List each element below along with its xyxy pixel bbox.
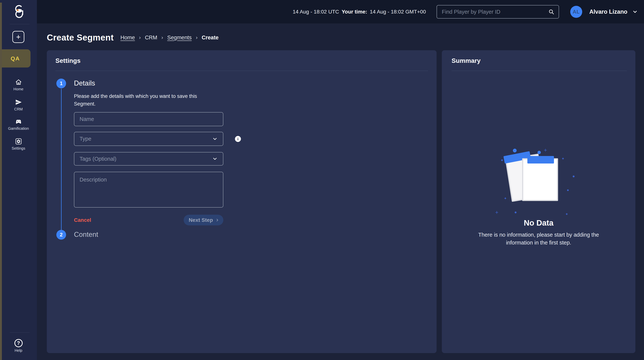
breadcrumb-crm: CRM bbox=[145, 35, 157, 41]
no-data-illustration: + ✦ ✦ + ✦ bbox=[499, 150, 578, 213]
type-select[interactable]: Type bbox=[74, 132, 223, 146]
sparkle-decoration: ✦ bbox=[504, 196, 507, 201]
stepper-connector bbox=[61, 89, 62, 230]
breadcrumb-create: Create bbox=[202, 35, 218, 41]
sidebar-divider bbox=[10, 332, 30, 333]
no-data-title: No Data bbox=[442, 219, 636, 227]
clipboard-front-icon bbox=[522, 158, 558, 201]
info-icon-glyph: i bbox=[238, 137, 238, 141]
local-time: 14 Aug - 18:02 GMT+00 bbox=[370, 9, 426, 15]
breadcrumb-separator-icon: › bbox=[196, 35, 198, 41]
page-title: Create Segment bbox=[47, 33, 114, 43]
brand-logo-icon[interactable] bbox=[12, 4, 26, 20]
settings-panel: Settings 1 Details Please add the detail… bbox=[47, 50, 436, 353]
avatar-initials: AL bbox=[573, 9, 580, 15]
description-textarea[interactable] bbox=[74, 172, 223, 207]
sparkle-decoration: ✦ bbox=[562, 156, 564, 161]
no-data-message: There is no information, please start by… bbox=[468, 231, 610, 247]
sidebar-item-gamification[interactable]: Gamification bbox=[0, 118, 37, 131]
next-step-label: Next Step bbox=[189, 217, 213, 223]
breadcrumb-home[interactable]: Home bbox=[120, 35, 135, 41]
summary-panel-title: Summary bbox=[452, 57, 480, 64]
sidebar-item-help[interactable]: ? Help bbox=[0, 339, 37, 353]
breadcrumb-separator-icon: › bbox=[139, 35, 141, 41]
name-input[interactable] bbox=[80, 116, 218, 122]
name-field[interactable] bbox=[74, 112, 223, 126]
cancel-button[interactable]: Cancel bbox=[74, 217, 91, 223]
help-icon: ? bbox=[14, 339, 23, 347]
info-icon[interactable]: i bbox=[235, 136, 241, 142]
sidebar-item-label: Home bbox=[14, 87, 24, 91]
time-display: 14 Aug - 18:02 UTC Your time: 14 Aug - 1… bbox=[292, 0, 426, 24]
sparkle-decoration bbox=[567, 189, 569, 191]
environment-badge: QA bbox=[0, 49, 30, 68]
sidebar-item-label: Settings bbox=[12, 146, 25, 150]
avatar[interactable]: AL bbox=[570, 6, 582, 18]
gamepad-icon bbox=[14, 118, 22, 125]
sparkle-decoration bbox=[515, 212, 516, 213]
chevron-down-icon bbox=[212, 136, 218, 142]
add-button[interactable]: + bbox=[12, 31, 24, 43]
form-actions: Cancel Next Step › bbox=[74, 215, 223, 225]
help-icon-glyph: ? bbox=[17, 340, 20, 346]
gear-icon bbox=[15, 138, 22, 145]
player-search-box[interactable] bbox=[436, 5, 559, 19]
sparkle-decoration: ✦ bbox=[565, 212, 568, 216]
environment-strip bbox=[0, 3, 2, 360]
home-icon bbox=[15, 79, 22, 86]
sparkle-decoration: + bbox=[495, 209, 498, 216]
sidebar-item-label: CRM bbox=[14, 107, 23, 111]
tags-select[interactable]: Tags (Optional) bbox=[74, 152, 223, 165]
clipboard-ring bbox=[538, 151, 541, 154]
description-field[interactable] bbox=[74, 172, 223, 208]
breadcrumb-segments[interactable]: Segments bbox=[167, 35, 192, 41]
utc-time: 14 Aug - 18:02 UTC bbox=[292, 9, 339, 15]
plus-icon: + bbox=[16, 33, 20, 41]
details-form: Type Tags (Optional) i bbox=[74, 112, 242, 208]
top-bar: 14 Aug - 18:02 UTC Your time: 14 Aug - 1… bbox=[0, 0, 644, 24]
clipboard-ring bbox=[512, 148, 517, 153]
sidebar-item-home[interactable]: Home bbox=[0, 79, 37, 91]
settings-panel-title: Settings bbox=[56, 57, 80, 64]
step-2-title: Content bbox=[74, 231, 98, 239]
search-icon[interactable] bbox=[548, 9, 554, 15]
step-2-number: 2 bbox=[60, 232, 62, 238]
app-root: 14 Aug - 18:02 UTC Your time: 14 Aug - 1… bbox=[0, 0, 644, 360]
user-name: Alvaro Lizano bbox=[589, 9, 627, 15]
sidebar-item-settings[interactable]: Settings bbox=[0, 138, 37, 150]
sidebar-item-label: Gamification bbox=[8, 126, 29, 131]
player-search-input[interactable] bbox=[442, 9, 548, 15]
type-select-placeholder: Type bbox=[80, 136, 212, 142]
step-1-number: 1 bbox=[60, 81, 62, 86]
user-menu[interactable]: Alvaro Lizano bbox=[589, 0, 638, 24]
step-2-indicator: 2 bbox=[56, 230, 66, 240]
breadcrumb: Home › CRM › Segments › Create bbox=[120, 35, 218, 41]
summary-panel: Summary + ✦ ✦ + ✦ bbox=[442, 50, 636, 353]
step-1-indicator: 1 bbox=[56, 79, 66, 88]
panel-divider bbox=[56, 71, 428, 71]
chevron-right-icon: › bbox=[216, 216, 218, 223]
tags-select-placeholder: Tags (Optional) bbox=[80, 156, 212, 162]
sparkle-decoration bbox=[501, 159, 503, 161]
environment-badge-label: QA bbox=[11, 55, 20, 62]
sidebar: + QA Home CRM bbox=[0, 0, 37, 360]
sparkle-decoration bbox=[573, 175, 574, 177]
main-content: Create Segment Home › CRM › Segments › C… bbox=[37, 24, 644, 360]
step-1-description: Please add the details with which you wa… bbox=[74, 92, 207, 108]
clipboard-clip bbox=[527, 156, 554, 163]
step-1-title: Details bbox=[74, 79, 95, 87]
sparkle-decoration: + bbox=[544, 147, 547, 153]
chevron-down-icon bbox=[212, 156, 218, 162]
page-header: Create Segment Home › CRM › Segments › C… bbox=[47, 33, 218, 43]
sidebar-item-label: Help bbox=[14, 348, 22, 353]
panel-divider bbox=[452, 71, 627, 71]
sidebar-divider bbox=[10, 24, 30, 24]
breadcrumb-separator-icon: › bbox=[161, 35, 163, 41]
next-step-button[interactable]: Next Step › bbox=[184, 215, 223, 225]
send-icon bbox=[15, 99, 22, 106]
sidebar-item-crm[interactable]: CRM bbox=[0, 99, 37, 111]
chevron-down-icon bbox=[632, 9, 638, 15]
your-time-label: Your time: bbox=[342, 9, 367, 15]
